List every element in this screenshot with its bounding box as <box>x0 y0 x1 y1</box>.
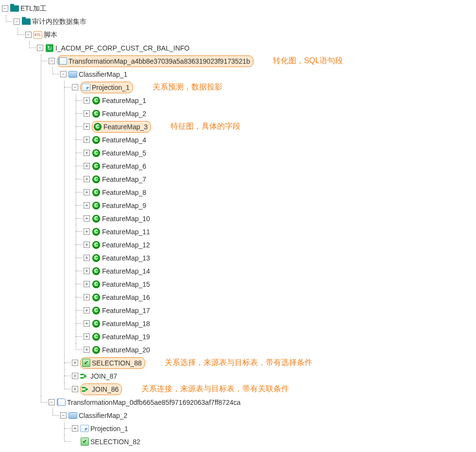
annotation-text: 关系预测，数据投影 <box>153 82 222 92</box>
node-featuremap[interactable]: CFeatureMap_9 <box>84 199 476 212</box>
node-label: JOIN_87 <box>90 372 117 380</box>
node-label: FeatureMap_19 <box>102 333 150 341</box>
node-join-87[interactable]: JOIN_87 <box>72 369 476 382</box>
highlight-box: ✔ SELECTION_88 <box>80 357 145 369</box>
toggle-icon[interactable] <box>84 215 90 222</box>
toggle-icon[interactable] <box>84 333 90 340</box>
node-etl-root[interactable]: ETL加工 <box>2 2 476 15</box>
node-classifiermap-1[interactable]: ClassifierMap_1 <box>60 68 476 81</box>
node-featuremap[interactable]: CFeatureMap_13 <box>84 251 476 264</box>
toggle-icon[interactable] <box>84 163 90 169</box>
node-label: FeatureMap_12 <box>102 241 150 249</box>
folder-icon <box>10 5 19 13</box>
toggle-icon[interactable] <box>37 45 43 51</box>
node-featuremap[interactable]: CFeatureMap_10 <box>84 212 476 225</box>
toggle-icon[interactable] <box>60 412 67 418</box>
node-featuremap[interactable]: CFeatureMap_14 <box>84 264 476 278</box>
node-featuremap[interactable]: CFeatureMap_12 <box>84 238 476 251</box>
toggle-icon[interactable] <box>49 58 55 64</box>
node-label: FeatureMap_4 <box>102 136 146 144</box>
toggle-icon[interactable] <box>60 71 67 77</box>
toggle-icon[interactable] <box>2 5 8 12</box>
node-audit-mart[interactable]: 审计内控数据集市 <box>14 15 476 28</box>
node-label: Projection_1 <box>92 84 130 91</box>
toggle-icon[interactable] <box>84 268 90 274</box>
node-featuremap[interactable]: CFeatureMap_16 <box>84 291 476 304</box>
join-icon <box>82 385 90 393</box>
node-featuremap[interactable]: CFeatureMap_4 <box>84 133 476 146</box>
node-job[interactable]: ↻ I_ACDM_PF_CORP_CUST_CR_BAL_INFO <box>37 41 476 54</box>
toggle-icon[interactable] <box>84 228 90 235</box>
featuremap-icon: C <box>92 267 101 275</box>
node-featuremap[interactable]: CFeatureMap_20 <box>84 343 476 356</box>
toggle-icon[interactable] <box>72 360 78 366</box>
node-label: Projection_1 <box>90 425 128 433</box>
node-featuremap[interactable]: CFeatureMap_7 <box>84 173 476 186</box>
highlight-box: JOIN_86 <box>80 383 122 395</box>
toggle-icon[interactable] <box>84 255 90 261</box>
node-label: FeatureMap_20 <box>102 346 150 354</box>
toggle-icon[interactable] <box>72 373 78 379</box>
toggle-icon[interactable] <box>84 110 90 117</box>
node-projection-2[interactable]: Projection_1 <box>72 422 476 435</box>
node-featuremap[interactable]: CFeatureMap_11 <box>84 225 476 238</box>
node-featuremap[interactable]: CFeatureMap_8 <box>84 186 476 199</box>
toggle-icon[interactable] <box>84 307 90 313</box>
node-script[interactable]: ETL 脚本 <box>25 28 476 41</box>
featuremap-icon: C <box>92 162 101 170</box>
toggle-icon[interactable] <box>84 189 90 195</box>
node-label: FeatureMap_5 <box>102 149 146 157</box>
selection-icon: ✔ <box>80 438 89 446</box>
node-transformationmap-2[interactable]: TransformationMap_0dfb665ae85f971692063a… <box>49 396 476 409</box>
toggle-icon[interactable] <box>84 347 90 353</box>
toggle-icon[interactable] <box>84 137 90 143</box>
featuremap-icon: C <box>92 307 101 314</box>
node-featuremap[interactable]: CFeatureMap_19 <box>84 330 476 343</box>
toggle-icon[interactable] <box>84 281 90 287</box>
node-featuremap[interactable]: CFeatureMap_3特征图，具体的字段 <box>84 120 476 133</box>
featuremap-icon: C <box>92 241 101 249</box>
projection-icon <box>82 84 90 91</box>
node-selection-82[interactable]: ✔ SELECTION_82 <box>72 435 476 448</box>
node-label: ETL加工 <box>20 4 47 13</box>
node-featuremap[interactable]: CFeatureMap_6 <box>84 159 476 173</box>
node-join-86[interactable]: JOIN_86 关系连接，来源表与目标表，带有关联条件 <box>72 382 476 396</box>
node-classifiermap-2[interactable]: ClassifierMap_2 <box>60 409 476 422</box>
node-featuremap[interactable]: CFeatureMap_18 <box>84 317 476 330</box>
toggle-icon[interactable] <box>84 242 90 248</box>
toggle-icon[interactable] <box>72 425 78 432</box>
toggle-icon[interactable] <box>84 320 90 327</box>
toggle-icon[interactable] <box>49 399 55 405</box>
node-featuremap[interactable]: CFeatureMap_5 <box>84 146 476 159</box>
highlight-box: TransformationMap_a4bb8e37039a5a83631902… <box>57 55 254 67</box>
toggle-icon[interactable] <box>25 32 32 38</box>
toggle-icon[interactable] <box>84 202 90 209</box>
toggle-icon[interactable] <box>84 150 90 156</box>
toggle-icon[interactable] <box>72 84 78 90</box>
node-label: FeatureMap_16 <box>102 294 150 301</box>
toggle-icon[interactable] <box>84 97 90 104</box>
node-label: FeatureMap_13 <box>102 254 150 262</box>
toggle-icon[interactable] <box>72 386 78 392</box>
node-transformationmap-1[interactable]: TransformationMap_a4bb8e37039a5a83631902… <box>49 54 476 68</box>
highlight-box: CFeatureMap_3 <box>92 121 151 133</box>
toggle-icon[interactable] <box>84 123 90 130</box>
node-label: FeatureMap_1 <box>102 97 146 104</box>
node-label: ClassifierMap_1 <box>79 70 127 78</box>
node-label: FeatureMap_18 <box>102 320 150 328</box>
node-label: FeatureMap_9 <box>102 202 146 209</box>
toggle-icon[interactable] <box>84 176 90 182</box>
featuremap-icon: C <box>92 333 101 341</box>
node-projection-1[interactable]: Projection_1 关系预测，数据投影 <box>72 81 476 94</box>
highlight-box: Projection_1 <box>80 82 133 93</box>
node-selection-88[interactable]: ✔ SELECTION_88 关系选择，来源表与目标表，带有选择条件 <box>72 356 476 369</box>
toggle-icon[interactable] <box>84 294 90 300</box>
node-featuremap[interactable]: CFeatureMap_17 <box>84 304 476 317</box>
node-featuremap[interactable]: CFeatureMap_2 <box>84 107 476 120</box>
node-label: FeatureMap_7 <box>102 175 146 183</box>
node-featuremap[interactable]: CFeatureMap_15 <box>84 278 476 291</box>
etl-icon: ETL <box>34 31 42 39</box>
node-featuremap[interactable]: CFeatureMap_1 <box>84 94 476 107</box>
node-label: SELECTION_88 <box>92 359 142 367</box>
toggle-icon[interactable] <box>14 18 20 25</box>
